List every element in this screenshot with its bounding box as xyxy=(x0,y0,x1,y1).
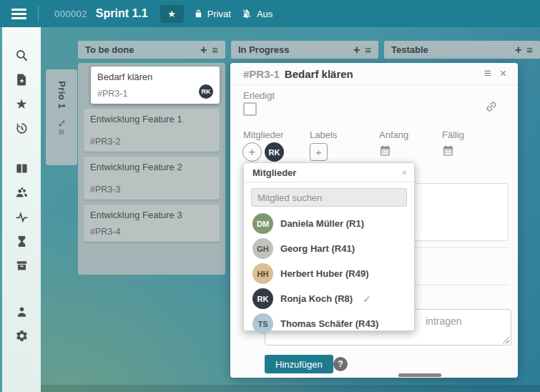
bell-slash-icon xyxy=(241,9,252,19)
list-title: Testable xyxy=(391,44,428,55)
board-view-icon[interactable] xyxy=(15,162,29,175)
topbar: 000002 Sprint 1.1 ★ Privat Aus xyxy=(0,0,540,27)
link-icon[interactable] xyxy=(482,97,500,115)
history-icon[interactable] xyxy=(15,122,29,135)
card-title: Entwicklung Feature 3 xyxy=(90,210,213,220)
star-icon: ★ xyxy=(167,9,176,19)
create-document-icon[interactable] xyxy=(15,73,29,87)
done-label: Erledigt xyxy=(243,90,275,101)
notifications-label: Aus xyxy=(257,9,273,19)
card-pr3-2[interactable]: Entwicklung Feature 1 #PR3-2 xyxy=(84,109,220,152)
swimlane-title: Prio 1 xyxy=(57,81,67,109)
avatar: RK xyxy=(199,84,213,99)
member-search xyxy=(244,182,414,210)
card-id: #PR3-2 xyxy=(90,137,120,147)
list-title: To be done xyxy=(85,44,134,55)
list-menu-icon[interactable]: ≡ xyxy=(210,44,220,56)
swimlane-header[interactable]: Prio 1 ≡ xyxy=(46,69,77,165)
add-label-button[interactable]: + xyxy=(310,143,328,161)
star-board-button[interactable]: ★ xyxy=(160,5,184,23)
board-number: 000002 xyxy=(54,9,87,19)
board-title: Sprint 1.1 xyxy=(96,7,148,20)
card-id: #PR3-4 xyxy=(90,227,120,237)
swimlane-menu-icon[interactable]: ≡ xyxy=(56,129,67,134)
close-icon[interactable]: × xyxy=(497,67,509,80)
check-icon: ✓ xyxy=(363,293,371,305)
activity-icon[interactable] xyxy=(15,210,29,224)
board-canvas: Prio 1 ≡ To be done + ≡ In Progress + ≡ … xyxy=(41,27,540,392)
avatar: GH xyxy=(252,238,273,259)
list-menu-icon[interactable]: ≡ xyxy=(363,44,373,56)
done-checkbox[interactable] xyxy=(243,102,257,116)
member-row-georg[interactable]: GH Georg Hart (R41) xyxy=(244,236,414,261)
card-pr3-4[interactable]: Entwicklung Feature 3 #PR3-4 xyxy=(84,205,220,242)
add-card-icon[interactable]: + xyxy=(511,44,525,57)
search-icon[interactable] xyxy=(15,49,29,62)
card-detail-header: #PR3-1 Bedarf klären ≡ × xyxy=(230,63,518,85)
privacy-toggle[interactable]: Privat xyxy=(194,9,231,19)
avatar: RK xyxy=(252,288,273,309)
list-header-testable[interactable]: Testable + ≡ xyxy=(384,41,540,59)
settings-gear-icon[interactable] xyxy=(15,329,29,343)
board-scrollbar-track[interactable] xyxy=(41,385,540,392)
member-search-input[interactable] xyxy=(251,188,407,207)
sidebar: ★ xyxy=(0,27,41,392)
card-detail-title: Bedarf klären xyxy=(285,68,353,80)
labels-label: Labels xyxy=(310,129,337,140)
card-menu-icon[interactable]: ≡ xyxy=(478,67,497,81)
card-pr3-1[interactable]: Bedarf klären #PR3-1 RK xyxy=(91,67,220,104)
member-name: Ronja Koch (R8) xyxy=(280,293,353,304)
add-comment-button[interactable]: Hinzufügen xyxy=(265,355,333,373)
help-icon[interactable]: ? xyxy=(333,357,348,371)
list-title: In Progress xyxy=(238,44,290,55)
member-avatar[interactable]: RK xyxy=(265,142,284,162)
member-name: Daniela Müller (R1) xyxy=(280,218,364,229)
member-list: DM Daniela Müller (R1) GH Georg Hart (R4… xyxy=(244,210,414,340)
members-popup: Mitglieder × DM Daniela Müller (R1) GH G… xyxy=(243,162,415,331)
member-name: Herbert Huber (R49) xyxy=(280,268,369,279)
add-card-icon[interactable]: + xyxy=(350,44,363,57)
list-menu-icon[interactable]: ≡ xyxy=(525,44,534,56)
menu-icon[interactable] xyxy=(11,6,26,21)
members-icon[interactable] xyxy=(15,186,29,200)
card-title: Entwicklung Feature 2 xyxy=(90,162,213,172)
due-label: Fällig xyxy=(442,129,464,140)
members-popup-header: Mitglieder × xyxy=(244,163,414,182)
close-icon[interactable]: × xyxy=(401,167,407,178)
avatar: TS xyxy=(252,313,273,334)
horizontal-scrollbar-thumb[interactable] xyxy=(398,373,441,377)
member-row-daniela[interactable]: DM Daniela Müller (R1) xyxy=(244,211,414,236)
member-name: Georg Hart (R41) xyxy=(280,243,355,254)
start-label: Anfang xyxy=(379,129,408,140)
user-icon[interactable] xyxy=(15,305,29,318)
member-name: Thomas Schäfer (R43) xyxy=(280,318,378,329)
avatar: DM xyxy=(252,213,273,234)
members-label: Mitglieder xyxy=(243,129,283,140)
list-header-to-be-done[interactable]: To be done + ≡ xyxy=(78,41,225,59)
member-row-herbert[interactable]: HH Herbert Huber (R49) xyxy=(244,261,414,286)
archive-icon[interactable] xyxy=(15,259,29,273)
time-icon[interactable] xyxy=(15,235,29,248)
list-to-be-done: Bedarf klären #PR3-1 RK Entwicklung Feat… xyxy=(78,63,225,275)
add-member-button[interactable]: + xyxy=(242,142,262,162)
collapse-icon[interactable] xyxy=(57,119,67,128)
starred-boards-icon[interactable]: ★ xyxy=(15,97,29,111)
topbar-divider xyxy=(38,6,39,21)
add-card-icon[interactable]: + xyxy=(197,44,210,57)
card-title: Bedarf klären xyxy=(97,72,213,82)
card-pr3-3[interactable]: Entwicklung Feature 2 #PR3-3 xyxy=(84,157,220,200)
card-detail-id: #PR3-1 xyxy=(243,68,280,80)
member-row-thomas[interactable]: TS Thomas Schäfer (R43) xyxy=(244,311,414,336)
avatar: HH xyxy=(252,263,273,284)
privacy-label: Privat xyxy=(207,9,231,19)
card-title: Entwicklung Feature 1 xyxy=(90,114,213,124)
list-header-in-progress[interactable]: In Progress + ≡ xyxy=(231,41,378,59)
start-date-calendar-icon[interactable] xyxy=(379,144,391,157)
member-row-ronja[interactable]: RK Ronja Koch (R8) ✓ xyxy=(244,286,414,311)
card-id: #PR3-3 xyxy=(90,185,120,195)
lock-icon xyxy=(194,9,203,19)
notifications-toggle[interactable]: Aus xyxy=(241,9,273,19)
members-popup-title: Mitglieder xyxy=(252,167,401,178)
card-id: #PR3-1 xyxy=(97,89,127,99)
due-date-calendar-icon[interactable] xyxy=(442,144,454,157)
